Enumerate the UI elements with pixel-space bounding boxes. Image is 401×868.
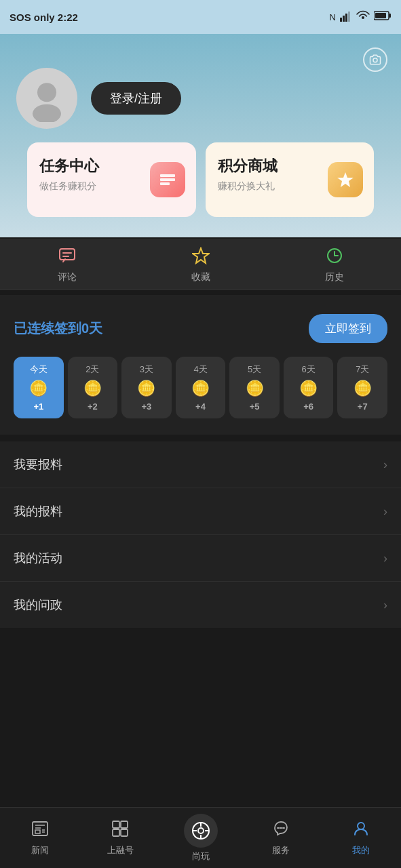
svg-marker-13 (337, 172, 354, 187)
nav-item-news[interactable]: 新闻 (0, 820, 80, 856)
nav-mine-label: 我的 (352, 844, 370, 856)
svg-rect-28 (121, 821, 128, 828)
tab-history-label: 历史 (325, 271, 344, 283)
nav-item-service[interactable]: 服务 (241, 820, 321, 856)
tab-comment[interactable]: 评论 (58, 247, 77, 283)
svg-point-8 (37, 83, 56, 102)
points-mall-icon (328, 162, 363, 197)
svg-rect-10 (160, 174, 175, 177)
menu-label-my-activities: 我的活动 (14, 550, 62, 566)
tab-favorite-label: 收藏 (191, 271, 210, 283)
day-points-3: +3 (142, 401, 152, 412)
day-item-5[interactable]: 5天 🪙 +5 (229, 357, 280, 418)
comment-icon (58, 247, 76, 269)
day-label-4: 4天 (193, 363, 207, 376)
menu-item-my-reports[interactable]: 我的报料 › (0, 488, 401, 535)
wifi-icon (356, 10, 370, 24)
checkin-title-text: 已连续签到0天 (14, 319, 102, 338)
day-points-4: +4 (195, 401, 206, 412)
svg-rect-30 (121, 829, 128, 836)
camera-icon[interactable] (363, 47, 387, 72)
svg-rect-0 (340, 18, 342, 22)
status-time: SOS only 2:22 (9, 12, 78, 23)
day-points-7: +7 (358, 401, 368, 412)
svg-rect-14 (60, 249, 75, 260)
clock-icon (326, 247, 343, 269)
menu-item-my-activities[interactable]: 我的活动 › (0, 535, 401, 582)
day-item-1[interactable]: 今天 🪙 +1 (14, 357, 64, 418)
svg-point-32 (198, 828, 204, 833)
day-coin-1: 🪙 (29, 380, 47, 397)
status-icons: N (330, 10, 392, 24)
day-points-2: +2 (88, 401, 98, 412)
day-item-2[interactable]: 2天 🪙 +2 (68, 357, 118, 418)
day-item-7[interactable]: 7天 🪙 +7 (337, 357, 387, 418)
svg-rect-12 (160, 182, 170, 185)
checkin-button[interactable]: 立即签到 (309, 314, 387, 343)
menu-section: 我要报料 › 我的报料 › 我的活动 › 我的问政 › (0, 441, 401, 628)
nav-item-play[interactable]: 尚玩 (160, 814, 240, 863)
svg-rect-5 (389, 14, 391, 18)
chevron-right-icon-3: › (383, 551, 387, 566)
nav-service-label: 服务 (272, 844, 290, 856)
svg-rect-1 (343, 16, 345, 22)
nav-item-mine[interactable]: 我的 (321, 820, 401, 856)
nav-item-fusion[interactable]: 上融号 (80, 820, 160, 856)
nfc-icon: N (330, 12, 336, 22)
day-item-3[interactable]: 3天 🪙 +3 (121, 357, 172, 418)
day-label-3: 3天 (140, 363, 153, 376)
day-item-4[interactable]: 4天 🪙 +4 (176, 357, 226, 418)
day-label-6: 6天 (302, 363, 316, 376)
checkin-section: 已连续签到0天 立即签到 今天 🪙 +1 2天 🪙 +2 3天 🪙 +3 4天 … (0, 295, 401, 435)
day-points-6: +6 (303, 401, 313, 412)
news-icon (31, 820, 49, 842)
svg-point-9 (33, 104, 61, 122)
day-label-5: 5天 (248, 363, 261, 376)
menu-item-report-submit[interactable]: 我要报料 › (0, 441, 401, 488)
svg-rect-24 (35, 830, 40, 833)
day-item-6[interactable]: 6天 🪙 +6 (284, 357, 334, 418)
day-coin-4: 🪙 (191, 380, 210, 397)
svg-rect-6 (375, 13, 386, 18)
chevron-right-icon-1: › (383, 458, 387, 472)
svg-point-37 (358, 823, 364, 829)
login-button[interactable]: 登录/注册 (91, 82, 181, 115)
chevron-right-icon-4: › (383, 598, 387, 612)
menu-label-my-reports: 我的报料 (14, 503, 62, 519)
tab-favorite[interactable]: 收藏 (191, 247, 210, 283)
day-points-1: +1 (33, 401, 43, 412)
status-bar: SOS only 2:22 N (0, 0, 401, 34)
chevron-right-icon-2: › (383, 505, 387, 519)
signal-icon (340, 11, 352, 24)
checkin-days: 今天 🪙 +1 2天 🪙 +2 3天 🪙 +3 4天 🪙 +4 5天 🪙 +5 … (14, 357, 387, 418)
menu-label-report-submit: 我要报料 (14, 456, 62, 473)
service-icon (272, 820, 290, 842)
day-label-1: 今天 (30, 363, 47, 376)
nav-play-label: 尚玩 (192, 850, 210, 863)
svg-rect-29 (113, 829, 119, 836)
nav-fusion-label: 上融号 (107, 844, 134, 856)
menu-item-my-policy[interactable]: 我的问政 › (0, 582, 401, 628)
mine-icon (352, 820, 370, 842)
header-area: 登录/注册 任务中心 做任务赚积分 积分商城 赚积分换大礼 (0, 34, 401, 237)
nav-news-label: 新闻 (31, 844, 49, 856)
avatar (16, 68, 77, 129)
cards-row: 任务中心 做任务赚积分 积分商城 赚积分换大礼 (16, 142, 385, 217)
task-center-card[interactable]: 任务中心 做任务赚积分 (27, 142, 196, 217)
day-coin-2: 🪙 (83, 380, 102, 397)
day-points-5: +5 (250, 401, 260, 412)
svg-point-7 (373, 58, 377, 62)
tab-history[interactable]: 历史 (325, 247, 344, 283)
svg-rect-3 (348, 12, 350, 22)
battery-icon (374, 11, 392, 23)
svg-marker-17 (193, 248, 209, 263)
bottom-nav: 新闻 上融号 尚玩 服务 我的 (0, 807, 401, 868)
day-label-2: 2天 (85, 363, 99, 376)
day-coin-3: 🪙 (137, 380, 155, 397)
day-label-7: 7天 (356, 363, 369, 376)
star-icon (192, 247, 210, 269)
tab-comment-label: 评论 (58, 271, 77, 283)
day-coin-5: 🪙 (246, 380, 264, 397)
points-mall-card[interactable]: 积分商城 赚积分换大礼 (206, 142, 375, 217)
day-coin-6: 🪙 (299, 380, 318, 397)
